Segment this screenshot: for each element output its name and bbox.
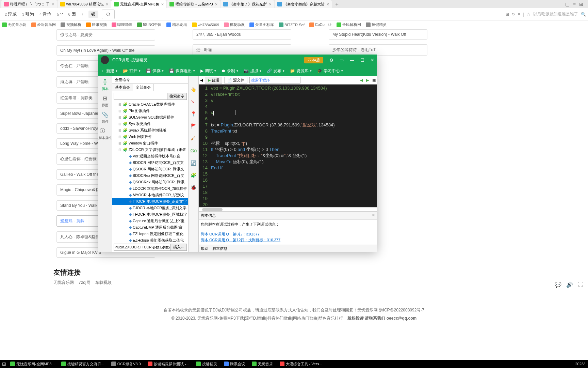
taskbar-item[interactable]: OCR服务V3.0 (108, 361, 144, 367)
song-item[interactable]: 惊弓之鸟 - 夏婉安 (56, 29, 155, 41)
song-item[interactable]: 迁 - 叶颖 (193, 44, 291, 56)
tree-item[interactable]: ⊞🧩Sys 系统插件 (112, 121, 188, 127)
friend-link[interactable]: 72dj网 (79, 280, 91, 286)
ide-menu-item[interactable]: 📷抓抓▾ (244, 68, 261, 74)
nav-prev-icon[interactable]: ◀ (360, 78, 363, 82)
bookmark-item[interactable]: 爱听音乐网 (31, 22, 56, 27)
browser-tab[interactable]: 唱给你的歌 - 云朵MP3× (167, 0, 220, 8)
arrow-icon[interactable]: ↘ (191, 99, 197, 105)
friend-link[interactable]: 无忧音乐网 (53, 280, 74, 286)
tree-item[interactable]: ◆MYOCR 本地插件OCR_识别文 (112, 192, 188, 198)
code-editor[interactable]: 1234567891011121314151617181920 //txt = … (199, 85, 377, 207)
clock[interactable]: 2023/ (575, 362, 586, 366)
tab-close-icon[interactable]: × (161, 2, 164, 7)
pin-icon[interactable]: 📍 (191, 111, 197, 117)
bookmark-item[interactable]: 樱花动漫 (224, 22, 245, 27)
song-item[interactable]: 24/7, 365 - Elijah Woods (193, 29, 291, 40)
horizontal-scrollbar[interactable] (199, 207, 377, 211)
ide-menu-item[interactable]: 🎓学习中心▾ (317, 68, 343, 74)
song-item[interactable]: 少年的等待诗 - 卷毛TuT (329, 44, 427, 56)
audio-icon[interactable]: 🔊 (566, 281, 573, 288)
bookmark-item[interactable]: BITZER Sof (279, 22, 305, 27)
grid-icon[interactable]: ⊞ (579, 1, 583, 7)
bookmark-item[interactable]: 全民解析网 (337, 22, 361, 27)
tab-close-icon[interactable]: × (52, 2, 54, 7)
emoji-button[interactable]: ☺ (102, 10, 115, 19)
friend-link[interactable]: 车载视频 (95, 280, 112, 286)
minimize-button[interactable]: — (350, 58, 354, 63)
bookmark-item[interactable]: 视频解析 (61, 22, 81, 27)
taskbar-item[interactable]: 无忧音乐网-全网MP3... (7, 361, 58, 367)
ide-side-tab[interactable]: ⓘ脚本属性 (98, 127, 112, 140)
subroutine-combo[interactable]: 搜索子程序 (249, 77, 300, 83)
ide-menu-item[interactable]: 📂打开▾ (123, 68, 141, 74)
tab-all-commands-2[interactable]: 全部命令 (133, 84, 154, 91)
ide-menu-item[interactable]: 🔗发布▾ (267, 68, 284, 74)
avatar[interactable] (101, 56, 109, 64)
window-control-icon[interactable]: ▢ (565, 1, 570, 7)
tree-item[interactable]: ⊞🧩SysEx 系统插件增强版 (112, 127, 188, 134)
tree-item[interactable]: ◆EZHopen 设定图像获取二值化 (112, 231, 188, 237)
chat-icon[interactable]: 💬 (555, 281, 561, 288)
insert-button[interactable]: 插入← (171, 244, 187, 251)
cycle-icon[interactable]: 🔄 (191, 160, 197, 166)
ime-candidate[interactable]: 3引为 (19, 10, 37, 19)
brush-icon[interactable]: 🖌 (191, 136, 197, 142)
tree-item[interactable]: ◆Ver 返回当前插件版本号()[直 (112, 153, 188, 159)
tab-close-icon[interactable]: × (269, 2, 272, 7)
tree-item[interactable]: ◆BDOCRex 网络访问OCR_百度 (112, 172, 188, 179)
tree-item[interactable]: ◆TFOCR 本地OCR服务_区域找字 (112, 211, 188, 218)
ide-menu-item[interactable]: 💾保存退出▾ (169, 68, 195, 74)
go-icon[interactable]: Go (191, 148, 197, 154)
browser-tab[interactable]: 《命中娘了》我花光所× (220, 0, 274, 8)
new-tab-button[interactable]: ＋ (332, 1, 342, 8)
tree-item[interactable]: ⊞🧩Window 窗口插件 (112, 140, 188, 147)
ide-side-tab[interactable]: 📎附件 (101, 110, 109, 124)
ime-candidate[interactable]: 5∵ (54, 10, 65, 19)
ide-menu-item[interactable]: ⏺录制▾ (222, 68, 238, 74)
nav-icon[interactable]: ⊞ (506, 12, 509, 17)
browser-tab[interactable]: 《寒舍小娇娘》穿越大陆× (275, 0, 332, 8)
taskbar-item[interactable]: 腾讯会议 (220, 361, 248, 367)
ide-menu-item[interactable]: ＋新建▾ (101, 68, 117, 74)
tab-script-info[interactable]: 脚本信息 (212, 246, 227, 251)
settings-icon[interactable]: ⚙ (329, 58, 333, 63)
song-item[interactable]: Oh My My! (In Love Again) - Walk Off the (56, 45, 155, 56)
tab-normal[interactable]: ▶普通 (205, 77, 222, 84)
taskbar-item[interactable]: 按键精灵官方交流群... (58, 361, 108, 367)
command-tree[interactable]: ⊞🧩Oracle ORACLE数据库插件⊞🧩Pic 图像插件⊞🧩SQLServe… (112, 101, 188, 242)
ide-menu-item[interactable]: 💾保存▾ (146, 68, 164, 74)
taskbar-item[interactable]: 无忧音乐 (248, 361, 276, 367)
ime-candidate[interactable]: 银 (88, 11, 98, 18)
tree-item[interactable]: ◆EZHclose 关闭图像获取二值化 (112, 237, 188, 242)
tree-item[interactable]: ⊞🧩Pic 图像插件 (112, 108, 188, 114)
ime-candidate[interactable]: 4音位 (37, 10, 54, 19)
bookmark-item[interactable]: 哔哩哔哩 (112, 22, 132, 27)
tree-item[interactable]: ⊞🧩Web 网页插件 (112, 134, 188, 140)
taskbar-item[interactable]: 按键精灵 (193, 361, 220, 367)
refresh-icon[interactable]: ⟳ (512, 12, 515, 17)
tree-item[interactable]: ◆QSOCRex 网络访问OCR_腾讯 (112, 179, 188, 185)
tree-item[interactable]: ⊞🧩SQLServer SQL数据库插件 (112, 114, 188, 121)
ide-titlebar[interactable]: OCR调用-按键精灵 🛡 神盾 ⚙ ▭ — ☐ ✕ (98, 55, 377, 65)
tab-close-icon[interactable]: × (327, 2, 329, 7)
nav-next-icon[interactable]: ▶ (366, 78, 369, 82)
tree-item[interactable]: ⊟🧩ZXLOCR 文字识别插件集成（未签 (112, 147, 188, 153)
tab-close-icon[interactable]: × (106, 2, 109, 7)
bug-icon[interactable]: 🐞 (191, 185, 197, 191)
start-button[interactable]: ⊞ (2, 361, 6, 367)
bookmark-item[interactable]: 5SING中国 (137, 22, 162, 27)
ide-side-tab[interactable]: ⊞界面 (101, 94, 109, 108)
tab-help[interactable]: 帮助 (201, 246, 208, 251)
tree-item[interactable]: ◆TJOCR 本地OCR服务_识别文字 (112, 205, 188, 211)
tab-close-icon[interactable]: × (215, 2, 218, 7)
ide-menu-item[interactable]: 📁资源库▾ (290, 68, 312, 74)
tree-item[interactable]: ◆Capture 通用后台截图(左上X坐 (112, 218, 188, 224)
browser-tab[interactable]: wh78845069 精易论坛× (58, 0, 111, 8)
puzzle-icon[interactable]: 🧩 (191, 172, 197, 179)
browser-tab[interactable]: 无忧音乐网-全网MP3免× (111, 0, 166, 8)
debug-link[interactable]: 脚本 OCR调用 Q，第8行：310|377 (201, 232, 375, 237)
close-button[interactable]: ✕ (371, 58, 374, 63)
search-icon[interactable]: 🔍 (581, 12, 586, 17)
hand-icon[interactable]: 👆 (191, 87, 197, 93)
